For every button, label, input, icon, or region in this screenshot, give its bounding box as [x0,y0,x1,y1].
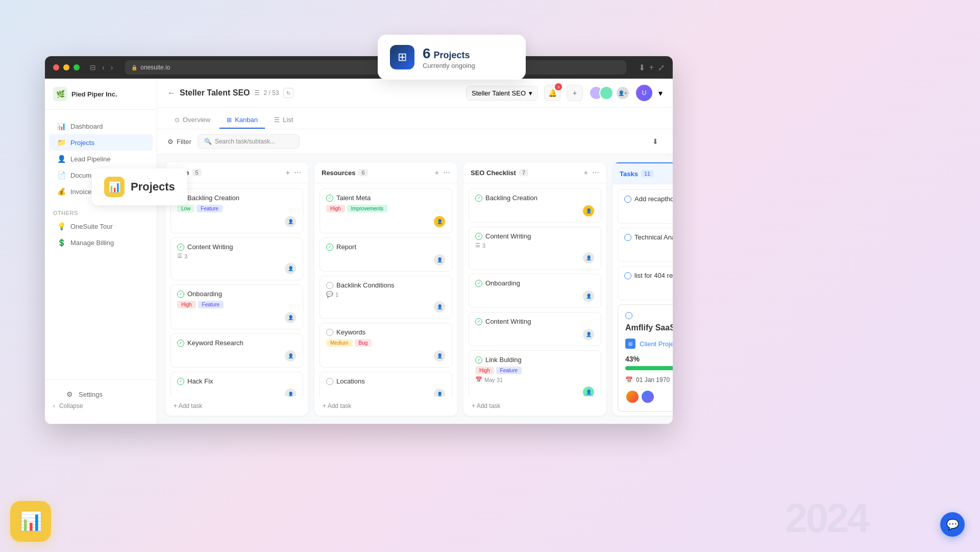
browser-address-bar[interactable]: 🔒 onesuite.io [125,60,626,75]
column-resources-add-icon[interactable]: + [435,169,439,177]
refresh-button[interactable]: ↻ [283,88,293,98]
column-tasks: Tasks 11 + ⋯ Add recapthca to site [612,162,673,416]
task-check-done: ✓ [177,378,184,385]
add-task-seo[interactable]: + Add task [465,398,604,414]
user-menu-chevron[interactable]: ▾ [658,88,663,98]
tab-list-label: List [283,116,293,124]
sidebar-item-settings[interactable]: ⚙ Settings [57,386,144,402]
task-card-seo-content-writing-2[interactable]: ✓ Content Writing 👤 [469,312,601,346]
task-card-seo-content-writing[interactable]: ✓ Content Writing ☰ 3 👤 [469,227,601,270]
column-resources-more-icon[interactable]: ⋯ [443,169,450,177]
task-avatar: 👤 [433,301,446,313]
sidebar-item-projects[interactable]: 📁 Projects [49,134,153,151]
collapse-arrow-icon: ‹ [53,402,55,410]
task-footer: 👤 [326,215,446,228]
avatar-2 [599,86,614,100]
task-card-locations[interactable]: Locations 👤 [320,372,452,396]
task-card-link-bulding[interactable]: ✓ Link Bulding High Feature 📅 May 31 [469,350,601,396]
subtask-count: 3 [184,253,187,259]
task-card-keywords[interactable]: Keywords Medium Bug 👤 [320,323,452,368]
task-card-backlink-conditions[interactable]: Backlink Conditions 💬 1 👤 [320,276,452,319]
task-card-report[interactable]: ✓ Report 👤 [320,237,452,272]
projects-label-text: Projects [131,180,175,194]
task-avatar: 👤 [284,262,297,275]
project-type-icon: ⊞ [625,339,635,349]
task-check-done: ✓ [475,356,482,364]
add-tab-icon[interactable]: + [649,63,654,73]
task-card-seo-backling[interactable]: ✓ Backling Creation 👤 [469,188,601,223]
forward-btn[interactable]: › [111,63,113,71]
task-card-recaptcha[interactable]: Add recapthca to site 👤 [618,189,673,224]
column-seo-add-icon[interactable]: + [584,169,588,177]
task-name: ✓ Backling Creation [475,194,595,202]
add-task-done[interactable]: + Add task [167,398,306,414]
tag-low: Low [177,205,194,212]
detail-avatar-2 [641,390,655,404]
task-card-onboarding[interactable]: ✓ Onboarding High Feature 👤 [170,284,303,329]
tag-high: High [475,367,494,374]
task-card-project-detail[interactable]: Amflify SaaS Development ⊞ Client Projec… [618,304,673,412]
project-name-link[interactable]: Client Project [640,340,673,348]
task-avatar: 👤 [433,350,446,362]
logo-text: Pied Piper Inc. [71,90,117,98]
sidebar-item-dashboard-label: Dashboard [70,123,103,130]
task-label: Content Writing [485,232,531,240]
back-btn[interactable]: ‹ [102,63,105,71]
task-label: Hack Fix [187,377,213,385]
task-card-backling-creation[interactable]: ✓ Backling Creation Low Feature 👤 [170,188,303,233]
task-card-keyword-research[interactable]: ✓ Keyword Research 👤 [170,333,303,368]
task-name: ✓ Backling Creation [177,194,297,202]
search-box[interactable]: 🔍 Search task/subtask... [198,134,300,149]
task-card-technical-analysis[interactable]: Technical Analysis 👤 [618,228,673,262]
add-task-resources[interactable]: + Add task [316,398,455,414]
sidebar-item-dashboard[interactable]: 📊 Dashboard [49,118,153,134]
task-card-seo-onboarding[interactable]: ✓ Onboarding 👤 [469,274,601,308]
invoices-icon: 💰 [57,187,65,196]
task-card-hack-fix[interactable]: ✓ Hack Fix 👤 [170,372,303,396]
notifications-button[interactable]: 🔔 3 [544,85,560,101]
column-done-more-icon[interactable]: ⋯ [294,169,301,177]
task-label: Keyword Research [187,339,243,347]
browser-window: ⊟ ‹ › 🔒 onesuite.io ⬇ + ⤢ 🌿 Pied Piper I… [45,56,673,424]
tab-list[interactable]: ☰ List [267,112,300,129]
task-card-404-redirects[interactable]: list for 404 redirects 👤 [618,266,673,300]
stats-icon: ⊞ [390,45,414,69]
project-back: ← Steller Talent SEO [167,88,250,98]
tab-overview[interactable]: ⊙ Overview [167,112,217,129]
browser-dot-yellow[interactable] [63,64,69,70]
browser-dot-green[interactable] [74,64,80,70]
task-card-talent-meta[interactable]: ✓ Talent Meta High Improvements 👤 [320,188,452,233]
task-check-done: ✓ [326,195,333,202]
sidebar-item-invoices-label: Invoices [70,188,95,196]
task-label: Link Bulding [485,356,522,364]
project-selector[interactable]: Steller Talent SEO ▾ [466,86,538,101]
task-footer: 👤 [326,254,446,266]
project-title: Steller Talent SEO [180,88,250,98]
task-check-done: ✓ [475,318,482,325]
task-label: Content Writing [187,243,233,251]
tag-high: High [177,301,196,308]
sidebar-item-onesuite-tour[interactable]: 💡 OneSuite Tour [49,218,153,234]
task-footer: 👤 [177,350,297,362]
sidebar-toggle-icon[interactable]: ⊟ [90,63,96,71]
user-avatars [589,86,614,100]
download-button[interactable]: ⬇ [648,134,663,149]
chat-button[interactable]: 💬 [940,512,965,537]
column-tasks-header: Tasks 11 + ⋯ [612,163,673,184]
collapse-button[interactable]: ‹ Collapse [53,402,149,410]
sidebar-item-lead-pipeline[interactable]: 👤 Lead Pipeline [49,151,153,167]
fullscreen-icon[interactable]: ⤢ [658,63,665,73]
tab-kanban[interactable]: ⊞ Kanban [219,112,265,129]
add-button[interactable]: + [567,85,583,101]
task-card-content-writing[interactable]: ✓ Content Writing ☰ 3 👤 [170,237,303,280]
filter-button[interactable]: ⚙ Filter [167,138,191,146]
download-icon[interactable]: ⬇ [639,63,645,73]
add-member-icon[interactable]: 👤+ [616,86,630,100]
column-done-add-icon[interactable]: + [286,169,290,177]
back-arrow-icon[interactable]: ← [167,88,176,98]
task-name: ✓ Report [326,243,446,251]
browser-dot-red[interactable] [53,64,59,70]
user-profile-avatar[interactable]: U [636,85,652,101]
sidebar-item-manage-billing[interactable]: 💲 Manage Billing [49,234,153,251]
column-seo-more-icon[interactable]: ⋯ [592,169,599,177]
